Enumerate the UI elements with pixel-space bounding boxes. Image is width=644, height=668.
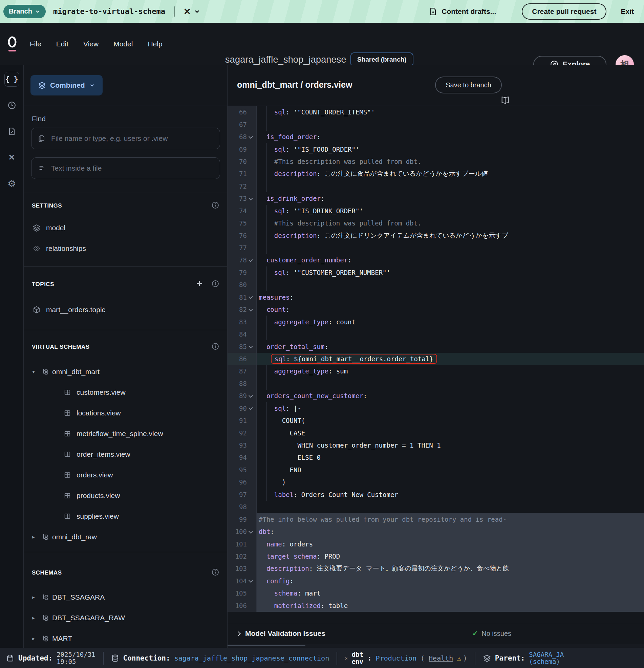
- code-line-96[interactable]: 96 ): [227, 476, 644, 488]
- code-line-77[interactable]: 77: [227, 242, 644, 254]
- fold-caret-icon[interactable]: [249, 530, 253, 534]
- docs-book-icon[interactable]: [500, 96, 510, 104]
- parent-link[interactable]: SAGARA_JA (schema): [529, 651, 564, 665]
- code-line-75[interactable]: 75 #This description was pulled from dbt…: [227, 217, 644, 229]
- view-file-metricflow-time-spine-view[interactable]: metricflow_time_spine.view: [24, 423, 227, 444]
- view-file-orders-view[interactable]: orders.view: [24, 465, 227, 485]
- fold-caret-icon[interactable]: [249, 295, 253, 299]
- code-line-94[interactable]: 94 ELSE 0: [227, 451, 644, 464]
- code-line-73[interactable]: 73 is_drink_order:: [227, 192, 644, 204]
- code-line-102[interactable]: 102 target_schema: PROD: [227, 550, 644, 562]
- code-line-70[interactable]: 70 #This description was pulled from dbt…: [227, 155, 644, 168]
- braces-tool[interactable]: { }: [4, 72, 19, 87]
- health-link[interactable]: Health: [429, 654, 453, 662]
- code-line-74[interactable]: 74 sql: '"IS_DRINK_ORDER"': [227, 205, 644, 217]
- caret-down-icon[interactable]: ▾: [30, 369, 36, 375]
- branch-dropdown[interactable]: Branch: [3, 5, 46, 18]
- shared-branch-badge[interactable]: Shared (branch): [350, 52, 414, 67]
- create-pull-request-button[interactable]: Create pull request: [522, 3, 606, 20]
- code-line-103[interactable]: 103 description: 注文概要データ マート。顧客の最初の注文かどう…: [227, 562, 644, 575]
- view-file-locations-view[interactable]: locations.view: [24, 403, 227, 423]
- dbt-logo-icon[interactable]: ✕: [183, 7, 191, 16]
- dbt-env-link[interactable]: Production: [376, 654, 417, 662]
- info-icon[interactable]: [211, 280, 220, 288]
- view-file-order-items-view[interactable]: order_items.view: [24, 444, 227, 465]
- fold-caret-icon[interactable]: [249, 258, 253, 262]
- text-search-input[interactable]: [51, 164, 214, 172]
- code-line-89[interactable]: 89 orders_count_new_customer:: [227, 390, 644, 402]
- code-line-84[interactable]: 84: [227, 328, 644, 340]
- code-line-105[interactable]: 105 schema: mart: [227, 587, 644, 599]
- fold-caret-icon[interactable]: [249, 135, 253, 139]
- file-search-input[interactable]: [51, 134, 214, 142]
- dbt-tool[interactable]: ✕: [4, 150, 19, 165]
- fold-caret-icon[interactable]: [249, 406, 253, 410]
- code-line-82[interactable]: 82 count:: [227, 303, 644, 316]
- code-line-100[interactable]: 100dbt:: [227, 526, 644, 538]
- code-line-97[interactable]: 97 label: Orders Count New Customer: [227, 488, 644, 501]
- caret-right-icon[interactable]: ▸: [30, 534, 36, 540]
- save-to-branch-button[interactable]: Save to branch: [435, 77, 502, 93]
- code-line-95[interactable]: 95 END: [227, 464, 644, 476]
- menu-file[interactable]: File: [30, 40, 41, 48]
- code-line-85[interactable]: 85 order_total_sum:: [227, 340, 644, 352]
- view-file-customers-view[interactable]: customers.view: [24, 382, 227, 403]
- sidebar-item-relationships[interactable]: relationships: [24, 238, 227, 259]
- fold-caret-icon[interactable]: [249, 196, 253, 201]
- code-line-101[interactable]: 101 name: orders: [227, 538, 644, 550]
- code-line-79[interactable]: 79 sql: '"CUSTOMER_ORDER_NUMBER"': [227, 267, 644, 279]
- menu-edit[interactable]: Edit: [56, 40, 69, 48]
- view-file-products-view[interactable]: products.view: [24, 485, 227, 506]
- clock-tool[interactable]: [4, 98, 19, 113]
- content-drafts-button[interactable]: Content drafts...: [429, 7, 496, 16]
- code-line-98[interactable]: 98: [227, 501, 644, 513]
- file-check-tool[interactable]: [4, 124, 19, 139]
- caret-right-icon[interactable]: ▸: [30, 615, 36, 621]
- code-line-69[interactable]: 69 sql: '"IS_FOOD_ORDER"': [227, 143, 644, 155]
- code-line-104[interactable]: 104 config:: [227, 575, 644, 587]
- code-line-71[interactable]: 71 description: この注文に食品が含まれているかどうかを示すブール…: [227, 168, 644, 180]
- code-line-72[interactable]: 72: [227, 180, 644, 192]
- code-line-106[interactable]: 106 materialized: table: [227, 599, 644, 612]
- combined-mode-dropdown[interactable]: Combined: [30, 75, 103, 95]
- add-topic-icon[interactable]: [195, 279, 204, 288]
- caret-right-icon[interactable]: ▸: [30, 594, 36, 600]
- view-file-supplies-view[interactable]: supplies.view: [24, 506, 227, 527]
- code-line-87[interactable]: 87 aggregate_type: sum: [227, 365, 644, 377]
- code-line-88[interactable]: 88: [227, 378, 644, 390]
- menu-view[interactable]: View: [83, 40, 99, 48]
- gear-tool[interactable]: ⚙: [4, 176, 19, 191]
- menu-model[interactable]: Model: [114, 40, 133, 48]
- schema-node-dbt_ssagara[interactable]: ▸DBT_SSAGARA: [24, 587, 227, 607]
- scrollbar-thumb[interactable]: [227, 645, 305, 646]
- info-icon[interactable]: [211, 342, 220, 350]
- schema-node-dbt_ssagara_raw[interactable]: ▸DBT_SSAGARA_RAW: [24, 607, 227, 628]
- caret-right-icon[interactable]: ▸: [30, 636, 36, 642]
- schema-node-omni_dbt_raw[interactable]: ▸omni_dbt_raw: [24, 527, 227, 547]
- topic-mart-orders-topic[interactable]: mart__orders.topic: [24, 299, 227, 320]
- fold-caret-icon[interactable]: [249, 344, 253, 349]
- chevron-down-icon[interactable]: [194, 8, 200, 15]
- code-line-68[interactable]: 68 is_food_order:: [227, 131, 644, 143]
- info-icon[interactable]: [211, 201, 220, 209]
- fold-caret-icon[interactable]: [249, 394, 253, 398]
- code-line-81[interactable]: 81measures:: [227, 291, 644, 303]
- omni-logo[interactable]: [8, 36, 18, 52]
- connection-link[interactable]: sagara_jaffle_shop_japanese_connection: [174, 654, 329, 662]
- code-line-80[interactable]: 80: [227, 279, 644, 291]
- fold-caret-icon[interactable]: [249, 307, 253, 312]
- code-line-83[interactable]: 83 aggregate_type: count: [227, 316, 644, 328]
- code-line-92[interactable]: 92 CASE: [227, 427, 644, 439]
- code-line-76[interactable]: 76 description: この注文にドリンクアイテムが含まれているかどうか…: [227, 229, 644, 241]
- code-line-93[interactable]: 93 WHEN customer_order_number = 1 THEN 1: [227, 439, 644, 451]
- sidebar-item-model[interactable]: model: [24, 217, 227, 238]
- schema-node-omni_dbt_mart[interactable]: ▾omni_dbt_mart: [24, 361, 227, 382]
- code-line-78[interactable]: 78 customer_order_number:: [227, 254, 644, 266]
- code-line-90[interactable]: 90 sql: |-: [227, 402, 644, 414]
- code-area[interactable]: 66 sql: '"COUNT_ORDER_ITEMS"'6768 is_foo…: [227, 106, 644, 623]
- exit-button[interactable]: Exit: [620, 7, 634, 16]
- code-line-66[interactable]: 66 sql: '"COUNT_ORDER_ITEMS"': [227, 106, 644, 118]
- info-icon[interactable]: [211, 568, 220, 576]
- schema-node-mart[interactable]: ▸MART: [24, 628, 227, 649]
- code-line-67[interactable]: 67: [227, 118, 644, 130]
